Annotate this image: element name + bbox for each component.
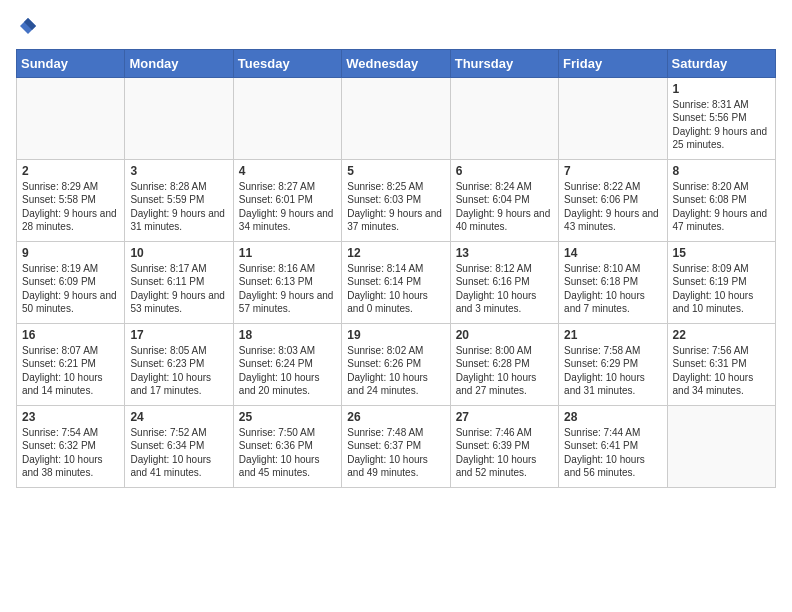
calendar-cell (233, 77, 341, 159)
day-info: Sunrise: 8:25 AM Sunset: 6:03 PM Dayligh… (347, 180, 444, 234)
calendar-header-row: SundayMondayTuesdayWednesdayThursdayFrid… (17, 49, 776, 77)
calendar-cell: 23Sunrise: 7:54 AM Sunset: 6:32 PM Dayli… (17, 405, 125, 487)
day-number: 16 (22, 328, 119, 342)
day-number: 25 (239, 410, 336, 424)
day-info: Sunrise: 8:12 AM Sunset: 6:16 PM Dayligh… (456, 262, 553, 316)
day-info: Sunrise: 8:03 AM Sunset: 6:24 PM Dayligh… (239, 344, 336, 398)
calendar-cell: 7Sunrise: 8:22 AM Sunset: 6:06 PM Daylig… (559, 159, 667, 241)
day-info: Sunrise: 7:46 AM Sunset: 6:39 PM Dayligh… (456, 426, 553, 480)
calendar-cell: 6Sunrise: 8:24 AM Sunset: 6:04 PM Daylig… (450, 159, 558, 241)
calendar-cell: 22Sunrise: 7:56 AM Sunset: 6:31 PM Dayli… (667, 323, 775, 405)
day-info: Sunrise: 7:48 AM Sunset: 6:37 PM Dayligh… (347, 426, 444, 480)
calendar-cell: 14Sunrise: 8:10 AM Sunset: 6:18 PM Dayli… (559, 241, 667, 323)
day-number: 4 (239, 164, 336, 178)
day-number: 2 (22, 164, 119, 178)
calendar-cell: 20Sunrise: 8:00 AM Sunset: 6:28 PM Dayli… (450, 323, 558, 405)
calendar-cell (667, 405, 775, 487)
calendar-cell: 17Sunrise: 8:05 AM Sunset: 6:23 PM Dayli… (125, 323, 233, 405)
calendar-cell (559, 77, 667, 159)
day-number: 8 (673, 164, 770, 178)
day-number: 21 (564, 328, 661, 342)
logo-icon (18, 16, 38, 36)
day-header-thursday: Thursday (450, 49, 558, 77)
calendar-cell: 2Sunrise: 8:29 AM Sunset: 5:58 PM Daylig… (17, 159, 125, 241)
day-info: Sunrise: 8:20 AM Sunset: 6:08 PM Dayligh… (673, 180, 770, 234)
day-info: Sunrise: 8:27 AM Sunset: 6:01 PM Dayligh… (239, 180, 336, 234)
calendar-cell: 3Sunrise: 8:28 AM Sunset: 5:59 PM Daylig… (125, 159, 233, 241)
day-header-friday: Friday (559, 49, 667, 77)
day-number: 5 (347, 164, 444, 178)
day-number: 3 (130, 164, 227, 178)
day-info: Sunrise: 8:28 AM Sunset: 5:59 PM Dayligh… (130, 180, 227, 234)
day-info: Sunrise: 7:50 AM Sunset: 6:36 PM Dayligh… (239, 426, 336, 480)
calendar-cell: 1Sunrise: 8:31 AM Sunset: 5:56 PM Daylig… (667, 77, 775, 159)
day-number: 24 (130, 410, 227, 424)
week-row-4: 16Sunrise: 8:07 AM Sunset: 6:21 PM Dayli… (17, 323, 776, 405)
day-header-tuesday: Tuesday (233, 49, 341, 77)
day-info: Sunrise: 8:07 AM Sunset: 6:21 PM Dayligh… (22, 344, 119, 398)
calendar-cell: 16Sunrise: 8:07 AM Sunset: 6:21 PM Dayli… (17, 323, 125, 405)
day-number: 14 (564, 246, 661, 260)
calendar-cell (125, 77, 233, 159)
calendar-cell: 4Sunrise: 8:27 AM Sunset: 6:01 PM Daylig… (233, 159, 341, 241)
day-number: 26 (347, 410, 444, 424)
day-info: Sunrise: 8:31 AM Sunset: 5:56 PM Dayligh… (673, 98, 770, 152)
calendar-cell: 19Sunrise: 8:02 AM Sunset: 6:26 PM Dayli… (342, 323, 450, 405)
day-number: 18 (239, 328, 336, 342)
calendar-table: SundayMondayTuesdayWednesdayThursdayFrid… (16, 49, 776, 488)
day-info: Sunrise: 7:52 AM Sunset: 6:34 PM Dayligh… (130, 426, 227, 480)
day-info: Sunrise: 7:44 AM Sunset: 6:41 PM Dayligh… (564, 426, 661, 480)
day-info: Sunrise: 8:10 AM Sunset: 6:18 PM Dayligh… (564, 262, 661, 316)
day-number: 22 (673, 328, 770, 342)
calendar-cell (342, 77, 450, 159)
day-number: 12 (347, 246, 444, 260)
calendar-cell: 9Sunrise: 8:19 AM Sunset: 6:09 PM Daylig… (17, 241, 125, 323)
day-info: Sunrise: 8:22 AM Sunset: 6:06 PM Dayligh… (564, 180, 661, 234)
day-info: Sunrise: 8:02 AM Sunset: 6:26 PM Dayligh… (347, 344, 444, 398)
day-number: 20 (456, 328, 553, 342)
day-number: 9 (22, 246, 119, 260)
week-row-1: 1Sunrise: 8:31 AM Sunset: 5:56 PM Daylig… (17, 77, 776, 159)
calendar-cell: 27Sunrise: 7:46 AM Sunset: 6:39 PM Dayli… (450, 405, 558, 487)
calendar-cell: 15Sunrise: 8:09 AM Sunset: 6:19 PM Dayli… (667, 241, 775, 323)
day-info: Sunrise: 8:16 AM Sunset: 6:13 PM Dayligh… (239, 262, 336, 316)
day-info: Sunrise: 8:00 AM Sunset: 6:28 PM Dayligh… (456, 344, 553, 398)
day-info: Sunrise: 8:14 AM Sunset: 6:14 PM Dayligh… (347, 262, 444, 316)
day-info: Sunrise: 8:19 AM Sunset: 6:09 PM Dayligh… (22, 262, 119, 316)
day-number: 10 (130, 246, 227, 260)
day-info: Sunrise: 8:17 AM Sunset: 6:11 PM Dayligh… (130, 262, 227, 316)
logo (16, 16, 38, 41)
calendar-cell: 11Sunrise: 8:16 AM Sunset: 6:13 PM Dayli… (233, 241, 341, 323)
calendar-cell: 21Sunrise: 7:58 AM Sunset: 6:29 PM Dayli… (559, 323, 667, 405)
day-number: 28 (564, 410, 661, 424)
day-number: 17 (130, 328, 227, 342)
calendar-cell: 25Sunrise: 7:50 AM Sunset: 6:36 PM Dayli… (233, 405, 341, 487)
calendar-cell: 5Sunrise: 8:25 AM Sunset: 6:03 PM Daylig… (342, 159, 450, 241)
calendar-cell (17, 77, 125, 159)
calendar-cell: 18Sunrise: 8:03 AM Sunset: 6:24 PM Dayli… (233, 323, 341, 405)
page-header (16, 16, 776, 41)
day-number: 7 (564, 164, 661, 178)
calendar-cell: 26Sunrise: 7:48 AM Sunset: 6:37 PM Dayli… (342, 405, 450, 487)
week-row-3: 9Sunrise: 8:19 AM Sunset: 6:09 PM Daylig… (17, 241, 776, 323)
day-header-saturday: Saturday (667, 49, 775, 77)
calendar-cell: 10Sunrise: 8:17 AM Sunset: 6:11 PM Dayli… (125, 241, 233, 323)
day-info: Sunrise: 7:58 AM Sunset: 6:29 PM Dayligh… (564, 344, 661, 398)
day-number: 13 (456, 246, 553, 260)
day-info: Sunrise: 7:54 AM Sunset: 6:32 PM Dayligh… (22, 426, 119, 480)
day-info: Sunrise: 8:09 AM Sunset: 6:19 PM Dayligh… (673, 262, 770, 316)
day-number: 19 (347, 328, 444, 342)
calendar-cell (450, 77, 558, 159)
week-row-2: 2Sunrise: 8:29 AM Sunset: 5:58 PM Daylig… (17, 159, 776, 241)
day-info: Sunrise: 8:24 AM Sunset: 6:04 PM Dayligh… (456, 180, 553, 234)
day-header-wednesday: Wednesday (342, 49, 450, 77)
day-number: 1 (673, 82, 770, 96)
day-number: 23 (22, 410, 119, 424)
day-header-sunday: Sunday (17, 49, 125, 77)
day-number: 15 (673, 246, 770, 260)
day-number: 6 (456, 164, 553, 178)
day-number: 11 (239, 246, 336, 260)
week-row-5: 23Sunrise: 7:54 AM Sunset: 6:32 PM Dayli… (17, 405, 776, 487)
day-header-monday: Monday (125, 49, 233, 77)
day-number: 27 (456, 410, 553, 424)
